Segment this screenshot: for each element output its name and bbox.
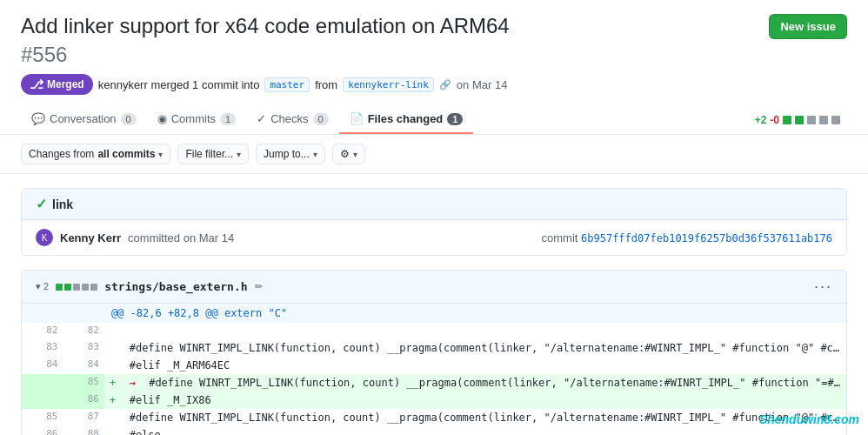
line-new: 88 <box>63 426 103 436</box>
mini-block-g1 <box>56 284 63 291</box>
line-old: 84 <box>22 357 63 374</box>
line-old <box>22 374 63 392</box>
line-new: 82 <box>63 323 103 339</box>
tab-checks[interactable]: ✓ Checks 0 <box>246 105 338 134</box>
link-icon: 🔗 <box>439 79 451 90</box>
commit-label: commit <box>542 231 578 244</box>
chevron-down-icon4: ▾ <box>353 150 357 159</box>
diff-code: #define WINRT_IMPL_LINK(function, count)… <box>124 339 846 357</box>
diff-minus: -0 <box>770 114 779 126</box>
committed-text: committed on Mar 14 <box>128 231 234 244</box>
commit-hash-area: commit 6b957fffd07feb1019f6257b0d36f5376… <box>542 231 833 244</box>
conversation-count: 0 <box>121 113 137 125</box>
line-new: 85 <box>63 374 103 392</box>
table-row: 86 + #elif _M_IX86 <box>22 392 846 409</box>
watermark: Shenduwin8.com <box>759 412 859 426</box>
pr-merged-text: kennykerr merged 1 commit into <box>98 78 260 91</box>
changes-from-btn[interactable]: Changes from all commits ▾ <box>21 144 170 164</box>
commit-title-bar: ✓ link <box>22 189 846 220</box>
diff-toggle[interactable]: ▾ 2 <box>36 281 49 292</box>
chevron-down-icon3: ▾ <box>313 150 317 159</box>
diff-block-green2 <box>795 116 804 124</box>
pr-meta: ⎇ Merged kennykerr merged 1 commit into … <box>21 74 847 95</box>
commits-count: 1 <box>220 113 236 125</box>
diff-marker <box>104 409 124 426</box>
hunk-header-text: @@ -82,6 +82,8 @@ extern "C" <box>104 304 846 323</box>
files-count: 1 <box>447 113 463 125</box>
commit-hash[interactable]: 6b957fffd07feb1019f6257b0d36f537611ab176 <box>581 232 832 244</box>
line-new: 83 <box>63 339 103 357</box>
file-pencil-icon: ✏ <box>255 281 263 292</box>
line-new: 87 <box>63 409 103 426</box>
table-row: 83 83 #define WINRT_IMPL_LINK(function, … <box>22 339 846 357</box>
file-filter-label: File filter... <box>185 148 233 160</box>
diff-plus: +2 <box>755 114 767 126</box>
file-filter-btn[interactable]: File filter... ▾ <box>177 144 249 164</box>
merged-date: on Mar 14 <box>457 78 508 91</box>
diff-block-gray1 <box>807 116 816 124</box>
files-icon: 📄 <box>350 112 364 125</box>
diff-block-green <box>783 116 791 124</box>
table-row: 84 84 #elif _M_ARM64EC <box>22 357 846 374</box>
gear-btn[interactable]: ⚙ ▾ <box>332 144 365 164</box>
diff-code: #else <box>124 426 846 436</box>
mini-block-gr1 <box>73 284 80 291</box>
tab-files-changed[interactable]: 📄 Files changed 1 <box>339 105 474 134</box>
branch-base[interactable]: master <box>264 77 310 92</box>
page-container: Add linker support for x64 code emulatio… <box>0 0 868 435</box>
jump-to-btn[interactable]: Jump to... ▾ <box>256 144 325 164</box>
branch-source[interactable]: kennykerr-link <box>343 77 434 92</box>
diff-file-header: ▾ 2 strings/base_extern.h ✏ ··· <box>22 271 846 304</box>
diff-options-icon[interactable]: ··· <box>814 278 832 296</box>
diff-summary: +2 -0 <box>755 114 847 126</box>
diff-table-container: @@ -82,6 +82,8 @@ extern "C" 82 82 83 <box>22 304 846 435</box>
tab-commits[interactable]: ◉ Commits 1 <box>147 105 246 134</box>
commit-title: link <box>52 197 73 211</box>
merged-badge: ⎇ Merged <box>21 74 93 95</box>
diff-code: #define WINRT_IMPL_LINK(function, count)… <box>124 409 846 426</box>
commits-icon: ◉ <box>157 112 167 125</box>
tab-conversation[interactable]: 💬 Conversation 0 <box>21 105 147 134</box>
merge-icon: ⎇ <box>30 77 43 91</box>
line-new: 84 <box>63 357 103 374</box>
branch-from-text: from <box>315 78 337 91</box>
diff-marker: + <box>104 374 124 392</box>
diff-code <box>124 323 846 339</box>
changes-from-label: Changes from <box>29 148 94 160</box>
avatar: K <box>36 229 53 246</box>
line-old: 86 <box>22 426 63 436</box>
chevron-down-icon: ▾ <box>158 150 163 159</box>
all-commits-label: all commits <box>97 148 155 160</box>
pr-title: Add linker support for x64 code emulatio… <box>21 14 510 38</box>
jump-to-label: Jump to... <box>264 148 310 160</box>
checks-count: 0 <box>313 113 329 125</box>
diff-code: → #define WINRT_IMPL_LINK(function, coun… <box>124 374 846 392</box>
commit-author: K Kenny Kerr committed on Mar 14 <box>36 229 234 246</box>
commit-section: ✓ link K Kenny Kerr committed on Mar 14 … <box>21 188 847 256</box>
diff-file-left: ▾ 2 strings/base_extern.h ✏ <box>36 280 263 293</box>
diff-marker <box>104 357 124 374</box>
gear-icon: ⚙ <box>340 148 350 160</box>
table-row: 85 87 #define WINRT_IMPL_LINK(function, … <box>22 409 846 426</box>
author-name: Kenny Kerr <box>60 231 121 244</box>
new-issue-button[interactable]: New issue <box>769 14 847 39</box>
main-content: ✓ link K Kenny Kerr committed on Mar 14 … <box>0 174 868 435</box>
diff-marker <box>104 339 124 357</box>
checkmark-icon: ✓ <box>36 196 47 212</box>
chevron-down-icon2: ▾ <box>237 150 241 159</box>
mini-block-g2 <box>64 284 71 291</box>
controls-bar: Changes from all commits ▾ File filter..… <box>0 135 868 174</box>
hunk-line-old <box>22 304 63 323</box>
diff-block-gray2 <box>819 116 828 124</box>
mini-block-gr3 <box>90 284 97 291</box>
diff-table: @@ -82,6 +82,8 @@ extern "C" 82 82 83 <box>22 304 846 435</box>
diff-code: #elif _M_IX86 <box>124 392 846 409</box>
diff-block-gray3 <box>831 116 840 124</box>
hunk-line-new <box>63 304 103 323</box>
diff-marker <box>104 426 124 436</box>
line-old <box>22 392 63 409</box>
pr-number: #556 <box>21 43 847 67</box>
mini-block-gr2 <box>82 284 89 291</box>
diff-marker: + <box>104 392 124 409</box>
commit-meta-bar: K Kenny Kerr committed on Mar 14 commit … <box>22 220 846 255</box>
